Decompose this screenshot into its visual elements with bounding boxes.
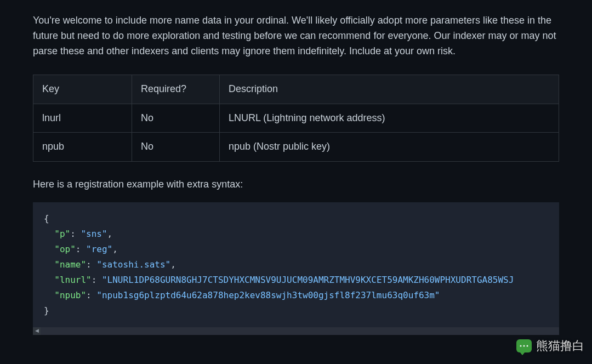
- watermark-text: 熊猫撸白: [536, 337, 584, 355]
- cell-description: LNURL (Lightning network address): [220, 104, 559, 133]
- cell-key: lnurl: [33, 104, 132, 133]
- code-block-container: { "p": "sns", "op": "reg", "name": "sato…: [33, 202, 559, 335]
- code-block: { "p": "sns", "op": "reg", "name": "sato…: [33, 202, 559, 327]
- table-header-row: Key Required? Description: [33, 75, 559, 104]
- wechat-icon: [516, 339, 532, 352]
- table-row: npub No npub (Nostr public key): [33, 133, 559, 162]
- intro-paragraph: You're welcome to include more name data…: [33, 10, 559, 65]
- col-header-key: Key: [33, 75, 132, 104]
- cell-required: No: [132, 104, 220, 133]
- scroll-track[interactable]: [41, 327, 559, 335]
- table-row: lnurl No LNURL (Lightning network addres…: [33, 104, 559, 133]
- cell-required: No: [132, 133, 220, 162]
- page-root: You're welcome to include more name data…: [0, 0, 592, 364]
- scroll-left-arrow-icon[interactable]: ◀: [33, 327, 41, 335]
- watermark: 熊猫撸白: [516, 337, 584, 355]
- example-label: Here is a registration example with extr…: [33, 177, 559, 192]
- cell-key: npub: [33, 133, 132, 162]
- col-header-required: Required?: [132, 75, 220, 104]
- horizontal-scrollbar[interactable]: ◀: [33, 327, 559, 335]
- col-header-description: Description: [220, 75, 559, 104]
- cell-description: npub (Nostr public key): [220, 133, 559, 162]
- parameters-table: Key Required? Description lnurl No LNURL…: [33, 75, 559, 162]
